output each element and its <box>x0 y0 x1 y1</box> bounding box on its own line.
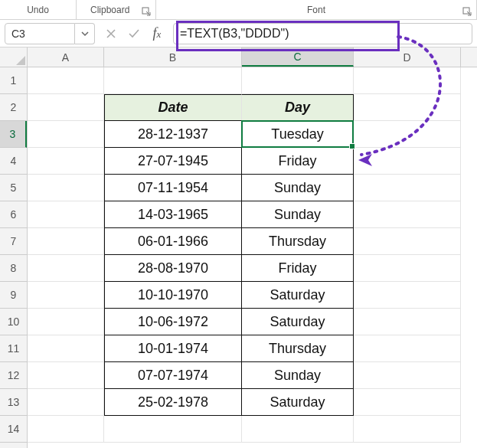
cell-D4[interactable] <box>354 148 461 175</box>
row-header-9[interactable]: 9 <box>0 282 27 309</box>
cell-B9[interactable]: 10-10-1970 <box>104 282 242 309</box>
row-header-4[interactable]: 4 <box>0 148 27 175</box>
cell-A3[interactable] <box>28 121 104 148</box>
row-header-8[interactable]: 8 <box>0 255 27 282</box>
clipboard-launcher-icon[interactable] <box>142 7 152 18</box>
formula-input[interactable] <box>173 23 472 44</box>
col-header-a[interactable]: A <box>28 47 104 67</box>
col-header-c[interactable]: C <box>242 47 354 67</box>
cell-C13[interactable]: Saturday <box>242 389 354 416</box>
cell-D12[interactable] <box>354 362 461 389</box>
cell-C5[interactable]: Sunday <box>242 175 354 201</box>
cell-B6[interactable]: 14-03-1965 <box>104 201 242 228</box>
cell-A6[interactable] <box>28 201 104 228</box>
cell-A7[interactable] <box>28 228 104 255</box>
cell-B12[interactable]: 07-07-1974 <box>104 362 242 389</box>
cell-D5[interactable] <box>354 175 461 201</box>
cell-D1[interactable] <box>354 67 461 94</box>
cell-A5[interactable] <box>28 175 104 201</box>
cell-A1[interactable] <box>28 67 104 94</box>
cell-C3[interactable]: Tuesday <box>242 121 354 148</box>
grid-row: 10-06-1972Saturday <box>28 309 477 335</box>
grid-row: 07-07-1974Sunday <box>28 362 477 389</box>
insert-function-button[interactable]: fx <box>145 23 168 44</box>
ribbon-label-clipboard: Clipboard <box>90 5 129 15</box>
cell-A12[interactable] <box>28 362 104 389</box>
formula-bar-row: fx <box>0 20 477 47</box>
cell-A14[interactable] <box>28 416 104 443</box>
name-box-input[interactable] <box>5 23 75 44</box>
cell-B14[interactable] <box>104 416 242 443</box>
cell-C11[interactable]: Thursday <box>242 335 354 362</box>
cell-A8[interactable] <box>28 255 104 282</box>
cell-A4[interactable] <box>28 148 104 175</box>
row-header-14[interactable]: 14 <box>0 416 27 443</box>
cell-C12[interactable]: Sunday <box>242 362 354 389</box>
cell-B13[interactable]: 25-02-1978 <box>104 389 242 416</box>
cell-A11[interactable] <box>28 335 104 362</box>
grid-row: 28-12-1937Tuesday <box>28 121 477 148</box>
col-header-b[interactable]: B <box>104 47 242 67</box>
cell-C14[interactable] <box>242 416 354 443</box>
ribbon-group-undo: Undo <box>0 0 77 19</box>
cell-D10[interactable] <box>354 309 461 335</box>
cell-D9[interactable] <box>354 282 461 309</box>
cell-C2[interactable]: Day <box>242 94 354 121</box>
name-box-dropdown[interactable] <box>75 23 95 44</box>
cell-C8[interactable]: Friday <box>242 255 354 282</box>
ribbon-group-clipboard: Clipboard <box>77 0 156 19</box>
column-headers: A B C D <box>28 47 477 67</box>
cell-D6[interactable] <box>354 201 461 228</box>
chevron-down-icon <box>80 29 90 38</box>
row-header-10[interactable]: 10 <box>0 309 27 335</box>
cell-B5[interactable]: 07-11-1954 <box>104 175 242 201</box>
cell-C10[interactable]: Saturday <box>242 309 354 335</box>
col-header-d[interactable]: D <box>354 47 461 67</box>
cell-C7[interactable]: Thursday <box>242 228 354 255</box>
row-header-1[interactable]: 1 <box>0 67 27 94</box>
cells-area[interactable]: DateDay28-12-1937Tuesday27-07-1945Friday… <box>28 67 477 448</box>
cell-D13[interactable] <box>354 389 461 416</box>
cell-B10[interactable]: 10-06-1972 <box>104 309 242 335</box>
cell-C6[interactable]: Sunday <box>242 201 354 228</box>
row-header-13[interactable]: 13 <box>0 389 27 416</box>
ribbon-label-font: Font <box>307 5 325 15</box>
cell-A2[interactable] <box>28 94 104 121</box>
enter-button[interactable] <box>123 23 145 44</box>
cell-A10[interactable] <box>28 309 104 335</box>
cell-C4[interactable]: Friday <box>242 148 354 175</box>
cell-D14[interactable] <box>354 416 461 443</box>
grid-row <box>28 416 477 443</box>
cell-C9[interactable]: Saturday <box>242 282 354 309</box>
row-header-5[interactable]: 5 <box>0 175 27 201</box>
cell-B11[interactable]: 10-01-1974 <box>104 335 242 362</box>
row-header-2[interactable]: 2 <box>0 94 27 121</box>
cell-D2[interactable] <box>354 94 461 121</box>
cell-B1[interactable] <box>104 67 242 94</box>
cancel-button[interactable] <box>100 23 123 44</box>
cell-D3[interactable] <box>354 121 461 148</box>
select-all-corner[interactable] <box>0 47 28 67</box>
font-launcher-icon[interactable] <box>462 7 473 18</box>
cell-B8[interactable]: 28-08-1970 <box>104 255 242 282</box>
cell-C1[interactable] <box>242 67 354 94</box>
row-header-3[interactable]: 3 <box>0 121 27 148</box>
row-header-11[interactable]: 11 <box>0 335 27 362</box>
cell-A13[interactable] <box>28 389 104 416</box>
cell-D8[interactable] <box>354 255 461 282</box>
cell-D7[interactable] <box>354 228 461 255</box>
cell-A9[interactable] <box>28 282 104 309</box>
row-header-12[interactable]: 12 <box>0 362 27 389</box>
row-header-7[interactable]: 7 <box>0 228 27 255</box>
cell-D11[interactable] <box>354 335 461 362</box>
grid-row: 27-07-1945Friday <box>28 148 477 175</box>
cell-B4[interactable]: 27-07-1945 <box>104 148 242 175</box>
fx-icon: fx <box>153 25 162 41</box>
cell-B2[interactable]: Date <box>104 94 242 121</box>
row-header-6[interactable]: 6 <box>0 201 27 228</box>
grid-row: 10-01-1974Thursday <box>28 335 477 362</box>
grid-row: 06-01-1966Thursday <box>28 228 477 255</box>
formula-bar-buttons: fx <box>100 23 168 44</box>
cell-B3[interactable]: 28-12-1937 <box>104 121 242 148</box>
cell-B7[interactable]: 06-01-1966 <box>104 228 242 255</box>
